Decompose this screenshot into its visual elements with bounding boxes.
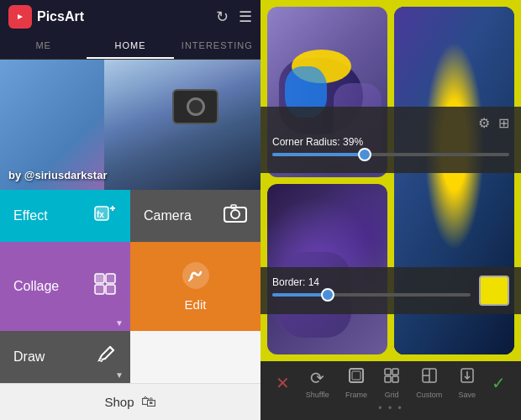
collage-cell-2[interactable] bbox=[394, 7, 514, 354]
draw-pencil-icon bbox=[95, 344, 117, 370]
bottom-toolbar: ✕ ⟳ Shuffle Frame bbox=[260, 361, 521, 420]
menu-item-camera[interactable]: Camera bbox=[130, 190, 260, 242]
effect-icon: fx bbox=[93, 202, 117, 230]
draw-label: Draw bbox=[13, 349, 45, 365]
shuffle-label: Shuffle bbox=[306, 391, 329, 399]
svg-point-10 bbox=[182, 262, 209, 289]
effect-label: Effect bbox=[13, 208, 48, 223]
svg-text:fx: fx bbox=[97, 210, 104, 219]
confirm-icon: ✓ bbox=[492, 373, 506, 393]
camera-icon bbox=[224, 203, 247, 228]
collage-label: Collage bbox=[13, 279, 59, 294]
toolbar-icons: ✕ ⟳ Shuffle Frame bbox=[260, 367, 521, 399]
logo-area: PicsArt bbox=[8, 5, 84, 29]
hero-image: by @siriusdarkstar bbox=[0, 60, 260, 190]
svg-rect-8 bbox=[95, 285, 104, 294]
svg-rect-11 bbox=[350, 369, 363, 382]
custom-label: Custom bbox=[416, 391, 442, 399]
save-icon bbox=[459, 367, 476, 388]
refresh-icon[interactable]: ↻ bbox=[216, 8, 229, 26]
frame-button[interactable]: Frame bbox=[345, 367, 367, 399]
svg-point-4 bbox=[231, 210, 239, 218]
confirm-button[interactable]: ✓ bbox=[492, 373, 506, 393]
menu-item-draw[interactable]: Draw ▼ bbox=[0, 331, 130, 383]
app-name: PicsArt bbox=[37, 9, 84, 24]
save-label: Save bbox=[459, 391, 476, 399]
hero-person-bg bbox=[104, 60, 260, 190]
frame-label: Frame bbox=[345, 391, 367, 399]
grid-icon bbox=[383, 367, 400, 388]
nav-tabs: ME HOME INTERESTING bbox=[0, 34, 260, 60]
menu-item-effect[interactable]: Effect fx bbox=[0, 190, 130, 242]
logo-icon bbox=[8, 5, 32, 29]
toolbar-dots: • • • bbox=[378, 402, 403, 414]
menu-grid: Effect fx Camera C bbox=[0, 190, 260, 383]
shuffle-button[interactable]: ⟳ Shuffle bbox=[306, 368, 329, 399]
collage-grid bbox=[260, 0, 521, 361]
custom-icon bbox=[421, 367, 438, 388]
menu-item-collage[interactable]: Collage ▼ bbox=[0, 242, 130, 330]
app-header: PicsArt ↻ ☰ bbox=[0, 0, 260, 34]
tab-home[interactable]: HOME bbox=[87, 34, 173, 59]
svg-rect-7 bbox=[106, 274, 115, 283]
tab-interesting[interactable]: INTERESTING bbox=[174, 34, 260, 59]
hero-camera-shape bbox=[172, 89, 218, 124]
camera-label: Camera bbox=[144, 208, 192, 223]
header-icons: ↻ ☰ bbox=[216, 8, 252, 26]
collage-chevron-icon: ▼ bbox=[115, 318, 124, 328]
hero-credit: by @siriusdarkstar bbox=[8, 169, 107, 181]
edit-icon bbox=[181, 260, 211, 294]
collage-cell-1[interactable] bbox=[267, 7, 387, 177]
shop-label: Shop bbox=[104, 395, 134, 409]
collage-area: ⚙ ⊞ Corner Radius: 39% Border: 14 bbox=[260, 0, 521, 361]
frame-icon bbox=[348, 367, 365, 388]
svg-rect-6 bbox=[95, 274, 104, 283]
right-panel: ⚙ ⊞ Corner Radius: 39% Border: 14 bbox=[260, 0, 521, 420]
cancel-icon: ✕ bbox=[276, 373, 290, 393]
menu-item-edit[interactable]: Edit bbox=[130, 242, 260, 330]
left-panel: PicsArt ↻ ☰ ME HOME INTERESTING by @siri… bbox=[0, 0, 260, 420]
svg-rect-15 bbox=[385, 376, 391, 382]
grid-button[interactable]: Grid bbox=[383, 367, 400, 399]
svg-rect-13 bbox=[385, 369, 391, 375]
custom-button[interactable]: Custom bbox=[416, 367, 442, 399]
save-button[interactable]: Save bbox=[459, 367, 476, 399]
cancel-button[interactable]: ✕ bbox=[276, 373, 290, 393]
edit-label: Edit bbox=[185, 297, 207, 312]
grid-label: Grid bbox=[385, 391, 399, 399]
shop-bar[interactable]: Shop 🛍 bbox=[0, 383, 260, 420]
shuffle-icon: ⟳ bbox=[310, 368, 324, 388]
collage-icon bbox=[93, 272, 117, 301]
draw-chevron-icon: ▼ bbox=[115, 370, 124, 380]
tab-me[interactable]: ME bbox=[0, 34, 87, 59]
hero-camera-lens bbox=[187, 97, 205, 116]
menu-icon[interactable]: ☰ bbox=[239, 8, 252, 26]
collage-cell-3[interactable] bbox=[267, 184, 387, 354]
svg-rect-12 bbox=[352, 371, 360, 380]
svg-rect-14 bbox=[392, 369, 398, 375]
shop-icon: 🛍 bbox=[141, 393, 156, 411]
svg-rect-16 bbox=[392, 376, 398, 382]
svg-rect-9 bbox=[106, 285, 115, 294]
